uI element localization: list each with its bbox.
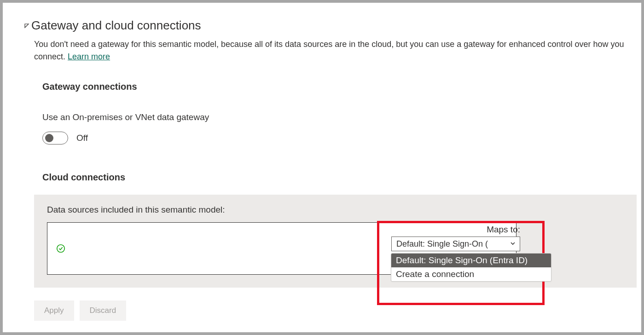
- gateway-connections-title: Gateway connections: [42, 81, 637, 92]
- gateway-toggle[interactable]: [42, 132, 68, 144]
- check-circle-icon: [56, 243, 66, 254]
- chevron-down-icon: [510, 239, 516, 249]
- svg-point-0: [57, 245, 65, 253]
- discard-button[interactable]: Discard: [80, 300, 127, 321]
- collapse-icon[interactable]: [23, 22, 30, 29]
- description-text: You don't need a gateway for this semant…: [34, 40, 624, 61]
- maps-to-area: Maps to: Default: Single Sign-On ( Defau…: [391, 225, 557, 282]
- section-header: Gateway and cloud connections: [23, 18, 637, 33]
- dropdown-selected-text: Default: Single Sign-On (: [396, 239, 488, 249]
- dropdown-option-create-connection[interactable]: Create a connection: [391, 267, 551, 281]
- dropdown-option-default-sso[interactable]: Default: Single Sign-On (Entra ID): [391, 254, 551, 267]
- gateway-toggle-state: Off: [76, 133, 88, 143]
- section-description: You don't need a gateway for this semant…: [34, 38, 637, 63]
- apply-button[interactable]: Apply: [34, 300, 74, 321]
- cloud-connections-title: Cloud connections: [42, 172, 637, 183]
- learn-more-link[interactable]: Learn more: [68, 52, 110, 61]
- data-sources-label: Data sources included in this semantic m…: [47, 205, 624, 215]
- section-title: Gateway and cloud connections: [31, 18, 201, 33]
- maps-to-label: Maps to:: [487, 225, 520, 235]
- gateway-toggle-label: Use an On-premises or VNet data gateway: [42, 112, 637, 122]
- toggle-knob: [45, 134, 53, 142]
- dropdown-list: Default: Single Sign-On (Entra ID) Creat…: [391, 253, 551, 282]
- maps-to-dropdown[interactable]: Default: Single Sign-On (: [391, 237, 520, 251]
